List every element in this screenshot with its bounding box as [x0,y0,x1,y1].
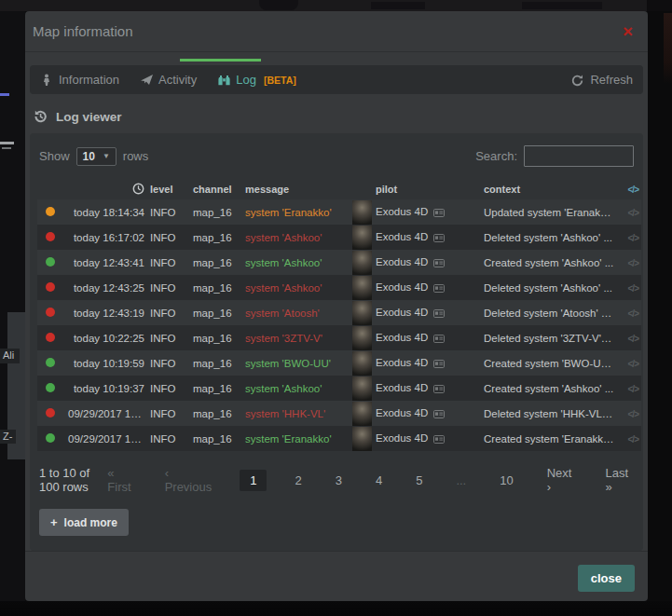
page-size-select[interactable]: 10 ▼ [76,147,117,166]
column-pilot[interactable]: pilot [373,178,481,199]
close-icon[interactable]: × [617,22,638,40]
log-context: Deleted system '3ZTV-V' #... [481,325,617,350]
dialog-body: Information Activity Log [BETA] Refresh [25,52,648,551]
pagination-previous[interactable]: ‹ Previous [159,462,218,498]
status-cell [37,199,65,225]
table-row[interactable]: today 18:14:34 INFO map_16 system 'Erana… [37,199,641,225]
table-row[interactable]: today 16:17:02 INFO map_16 system 'Ashko… [37,225,641,250]
background-ship-mark [2,147,11,149]
column-level[interactable]: level [147,178,190,199]
table-row[interactable]: today 10:22:25 INFO map_16 system '3ZTV-… [37,325,641,350]
table-row[interactable]: today 10:19:59 INFO map_16 system 'BWO-U… [37,350,641,376]
pilot-avatar [352,326,372,350]
log-time: today 10:22:25 [65,325,147,350]
table-row[interactable]: today 12:43:25 INFO map_16 system 'Ashko… [37,275,641,300]
status-cell [37,275,65,300]
code-icon: </> [628,409,638,419]
avatar-cell [352,376,373,401]
pilot-avatar [352,351,372,376]
refresh-button[interactable]: Refresh [571,73,633,87]
log-time: today 18:14:34 [65,199,147,225]
tab-information[interactable]: Information [40,73,119,87]
progress-bar [180,59,261,62]
table-row[interactable]: today 10:19:37 INFO map_16 system 'Ashko… [37,376,641,401]
row-raw-cell[interactable]: </> [617,275,641,300]
pagination-last[interactable]: Last » [599,462,634,498]
column-channel[interactable]: channel [190,178,242,199]
log-level: INFO [147,426,190,451]
pagination-page-3[interactable]: 3 [330,470,348,491]
avatar-cell [352,275,373,300]
row-raw-cell[interactable]: </> [617,401,641,426]
pilot-cell: Exodus 4D [373,275,481,300]
log-channel: map_16 [190,325,242,350]
id-card-icon [433,408,445,419]
tab-log[interactable]: Log [BETA] [217,73,296,87]
id-card-icon [433,333,445,344]
status-dot-icon [46,257,55,267]
background-blob [259,0,298,10]
binoculars-icon [217,75,230,86]
column-message[interactable]: message [242,178,352,199]
table-row[interactable]: 09/29/2017 16:41:17 INFO map_16 system '… [37,426,641,451]
pagination-page-2[interactable]: 2 [289,470,307,491]
row-raw-cell[interactable]: </> [617,199,641,225]
search-input[interactable] [524,145,634,167]
log-time: today 12:43:25 [65,275,147,300]
log-time: today 10:19:59 [65,350,147,376]
id-card-icon [433,358,445,369]
log-level: INFO [147,199,190,225]
table-row[interactable]: 09/29/2017 17:34:25 INFO map_16 system '… [37,401,641,426]
table-row[interactable]: today 12:43:41 INFO map_16 system 'Ashko… [37,250,641,275]
history-icon [33,108,48,123]
id-card-icon [433,207,445,218]
avatar-cell [352,350,373,376]
close-button[interactable]: close [578,565,635,592]
row-raw-cell[interactable]: </> [617,325,641,350]
log-message: system 'Ashkoo' [242,250,352,275]
row-raw-cell[interactable]: </> [617,376,641,401]
show-label: Show [39,149,70,163]
log-channel: map_16 [190,350,242,376]
load-more-button[interactable]: + load more [39,509,129,536]
row-raw-cell[interactable]: </> [617,300,641,325]
status-cell [37,350,65,376]
status-cell [37,401,65,426]
page-size-value: 10 [83,150,95,163]
pagination-first[interactable]: « First [102,462,136,498]
pilot-avatar [352,301,372,325]
tab-activity[interactable]: Activity [140,73,197,87]
log-channel: map_16 [190,275,242,300]
status-dot-icon [46,383,55,392]
pagination-next[interactable]: Next › [542,462,578,498]
column-time[interactable] [65,178,147,199]
log-context: Deleted system 'HHK-VL' ... [481,401,617,426]
page-numbers: 12345...10 [240,470,518,491]
pagination-page-4[interactable]: 4 [370,470,388,491]
pilot-avatar [352,251,372,275]
pilot-name: Exodus 4D [376,231,428,242]
pilot-name: Exodus 4D [376,281,428,293]
table-row[interactable]: today 12:43:19 INFO map_16 system 'Atoos… [37,300,641,325]
code-icon: </> [628,334,638,344]
row-raw-cell[interactable]: </> [617,225,641,250]
row-raw-cell[interactable]: </> [617,350,641,376]
log-channel: map_16 [190,225,242,250]
log-time: today 10:19:37 [65,376,147,401]
log-channel: map_16 [190,401,242,426]
log-channel: map_16 [190,300,242,325]
pagination-page-5[interactable]: 5 [410,470,428,491]
row-raw-cell[interactable]: </> [617,250,641,275]
pagination-page-1[interactable]: 1 [240,470,267,491]
code-icon: </> [628,283,638,294]
avatar-cell [352,199,373,225]
pilot-name: Exodus 4D [376,256,428,267]
pagination-page-10[interactable]: 10 [494,470,518,491]
background-blue-line [0,93,9,96]
log-message: system 'Ashkoo' [242,376,352,401]
status-dot-icon [46,333,55,342]
column-context[interactable]: context [481,178,617,199]
row-raw-cell[interactable]: </> [617,426,641,451]
code-icon: </> [628,185,638,195]
background-blob [522,2,602,9]
